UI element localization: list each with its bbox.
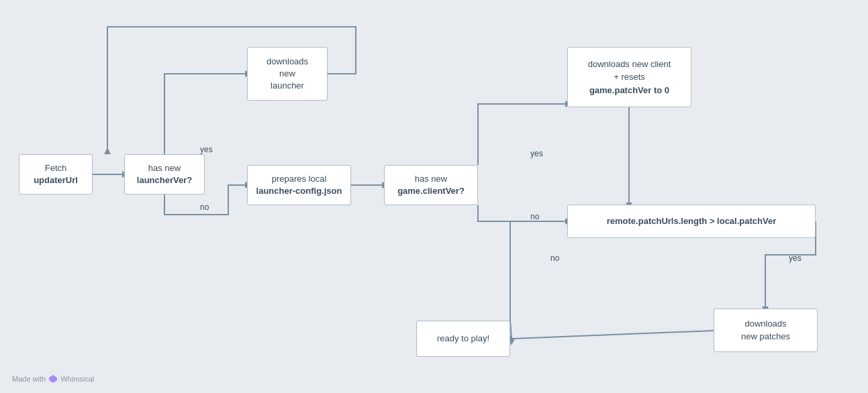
fetch-node: Fetch updaterUrl xyxy=(19,154,93,194)
patch-check-node: remote.patchUrls.length > local.patchVer xyxy=(567,205,816,238)
whimsical-logo-icon xyxy=(48,374,58,384)
no-patch-label: no xyxy=(550,254,559,263)
prepares-label1: prepares local xyxy=(272,174,327,184)
patch-check-label: remote.patchUrls.length > local.patchVer xyxy=(607,215,777,227)
prepares-local-node: prepares local launcher-config.json xyxy=(247,165,351,205)
fetch-label2: updaterUrl xyxy=(34,174,78,186)
dl-launcher3: launcher xyxy=(271,80,304,91)
dl-patches2: new patches xyxy=(741,331,790,341)
no-launcher-label: no xyxy=(200,203,209,212)
has-client-label2: game.clientVer? xyxy=(397,185,465,197)
dl-client1: downloads new client xyxy=(588,59,671,69)
footer-tool: Whimsical xyxy=(60,375,94,383)
has-launcher-label2: launcherVer? xyxy=(137,174,192,186)
has-client-node: has new game.clientVer? xyxy=(384,165,478,205)
footer-made-with: Made with xyxy=(12,375,46,383)
svg-marker-3 xyxy=(104,148,111,154)
ready-label: ready to play! xyxy=(437,333,489,345)
ready-to-play-node: ready to play! xyxy=(416,321,510,357)
yes-client-label: yes xyxy=(530,149,543,158)
download-patches-node: downloads new patches xyxy=(714,308,818,352)
download-client-node: downloads new client + resets game.patch… xyxy=(567,47,691,107)
yes-launcher-label: yes xyxy=(200,145,213,154)
dl-client3: game.patchVer to 0 xyxy=(588,84,671,97)
has-launcher-node: has new launcherVer? xyxy=(124,154,205,194)
dl-launcher1: downloads xyxy=(267,56,308,66)
dl-launcher2: new xyxy=(279,68,295,78)
dl-patches1: downloads xyxy=(744,319,786,329)
prepares-label2: launcher-config.json xyxy=(256,185,342,197)
diagram: yes no yes no yes no Fetch updaterUrl ha… xyxy=(0,0,868,393)
svg-line-12 xyxy=(512,331,714,339)
footer: Made with Whimsical xyxy=(12,374,94,384)
has-launcher-label1: has new xyxy=(148,163,181,173)
yes-patch-label: yes xyxy=(789,254,802,263)
dl-client2: + resets xyxy=(614,72,645,82)
no-client-label: no xyxy=(530,212,539,221)
svg-marker-14 xyxy=(49,375,57,383)
has-client-label1: has new xyxy=(415,174,447,184)
fetch-label1: Fetch xyxy=(45,163,67,173)
download-launcher-node: downloads new launcher xyxy=(247,47,328,101)
